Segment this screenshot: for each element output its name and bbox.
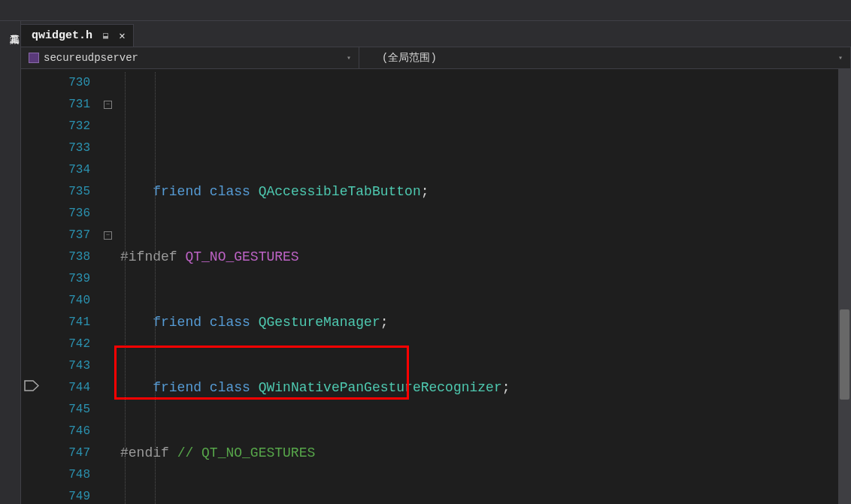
chevron-down-icon: ▾: [838, 53, 843, 62]
line-number-gutter: 730 731 732 733 734 735 736 737 738 739 …: [44, 69, 102, 504]
vertical-scrollbar[interactable]: [838, 69, 851, 504]
fold-toggle-icon[interactable]: −: [104, 231, 112, 240]
pin-icon[interactable]: ⬓: [103, 30, 108, 41]
line-number: 746: [44, 421, 90, 442]
line-number: 731: [44, 94, 90, 116]
line-number: 747: [44, 442, 90, 464]
indent-guide: [155, 72, 156, 504]
nav-left-label: secureudpserver: [44, 52, 138, 64]
code-line: friend class QAccessibleTabButton;: [120, 181, 851, 203]
glyph-margin: [21, 69, 44, 504]
line-number: 739: [44, 268, 90, 290]
line-number: 737: [44, 225, 90, 246]
indent-guide: [125, 72, 126, 504]
line-number: 749: [44, 486, 90, 504]
line-number: 740: [44, 290, 90, 312]
line-number: 744: [44, 377, 90, 399]
line-number: 734: [44, 159, 90, 181]
line-number: 745: [44, 399, 90, 421]
line-number: 748: [44, 464, 90, 486]
line-number: 730: [44, 72, 90, 94]
code-editor[interactable]: 730 731 732 733 734 735 736 737 738 739 …: [21, 69, 851, 504]
project-icon: [29, 53, 39, 63]
code-line: #ifndef QT_NO_GESTURES: [120, 246, 851, 268]
scrollbar-thumb[interactable]: [840, 309, 849, 400]
fold-column: − −: [102, 69, 120, 504]
tab-title: qwidget.h: [32, 29, 92, 42]
scope-dropdown-project[interactable]: secureudpserver ▾: [21, 47, 359, 68]
current-line-indicator-icon: [24, 380, 39, 391]
line-number: 738: [44, 246, 90, 268]
chevron-down-icon: ▾: [347, 53, 351, 62]
tab-bar: qwidget.h ⬓ ✕: [21, 21, 851, 47]
nav-right-label: (全局范围): [382, 51, 437, 65]
line-number: 735: [44, 181, 90, 203]
code-area[interactable]: friend class QAccessibleTabButton; #ifnd…: [120, 69, 851, 504]
line-number: 733: [44, 137, 90, 159]
fold-toggle-icon[interactable]: −: [104, 101, 112, 109]
line-number: 741: [44, 312, 90, 333]
tab-qwidget-h[interactable]: qwidget.h ⬓ ✕: [21, 24, 134, 47]
toolbox-sidebar[interactable]: 工具箱: [0, 21, 21, 504]
code-line: #endif // QT_NO_GESTURES: [120, 442, 851, 464]
code-line: friend class QGestureManager;: [120, 312, 851, 333]
code-line: friend class QWinNativePanGestureRecogni…: [120, 377, 851, 399]
navigation-bar: secureudpserver ▾ (全局范围) ▾: [21, 47, 851, 69]
line-number: 742: [44, 333, 90, 355]
toolbar: [0, 0, 851, 21]
line-number: 736: [44, 203, 90, 225]
line-number: 743: [44, 355, 90, 377]
line-number: 732: [44, 116, 90, 137]
scope-dropdown-scope[interactable]: (全局范围) ▾: [359, 47, 851, 68]
close-icon[interactable]: ✕: [119, 29, 125, 42]
